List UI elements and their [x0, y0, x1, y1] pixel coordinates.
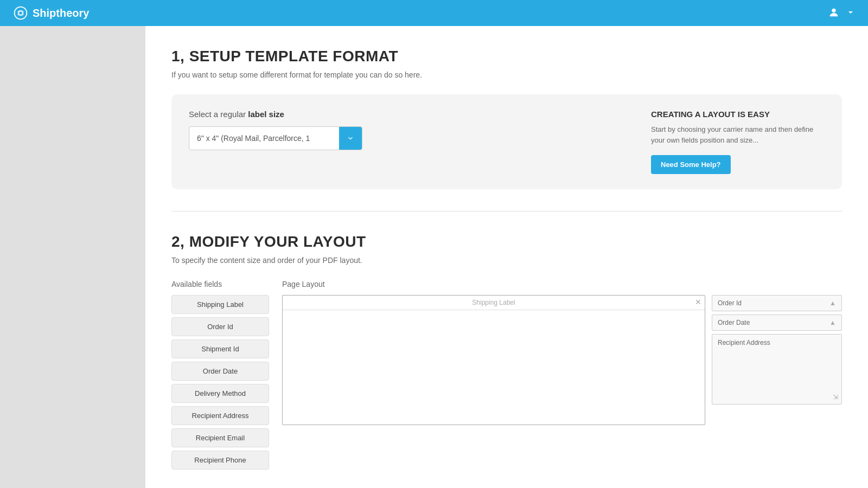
order-id-label: Order Id: [718, 299, 742, 307]
sidebar: [0, 26, 145, 488]
label-size-section: Select a regular label size 6" x 4" (Roy…: [189, 110, 618, 150]
field-btn-order-id[interactable]: Order Id: [171, 317, 269, 336]
order-date-resize[interactable]: ▲: [829, 319, 836, 326]
section-divider: [171, 211, 842, 211]
page-layout-area: Shipping Label ✕ Order Id ▲ Order Date ▲…: [282, 295, 842, 425]
help-title: CREATING A LAYOUT IS EASY: [651, 110, 825, 119]
main-content: 1, SETUP TEMPLATE FORMAT If you want to …: [145, 26, 868, 488]
section2-subtitle: To specify the content size and order of…: [171, 256, 842, 265]
right-fields-column: Order Id ▲ Order Date ▲ Recipient Addres…: [712, 295, 842, 425]
chevron-down-icon[interactable]: [846, 8, 855, 18]
svg-point-2: [832, 8, 835, 12]
label-size-label: Select a regular label size: [189, 110, 618, 119]
field-btn-recipient-address[interactable]: Recipient Address: [171, 406, 269, 425]
label-size-select[interactable]: 6" x 4" (Royal Mail, Parcelforce, 1: [189, 126, 362, 150]
help-button[interactable]: Need Some Help?: [651, 155, 731, 174]
field-btn-recipient-phone[interactable]: Recipient Phone: [171, 451, 269, 470]
shipping-label-title: Shipping Label: [283, 296, 705, 310]
field-btn-shipment-id[interactable]: Shipment Id: [171, 339, 269, 358]
page-layout-column: Page Layout Shipping Label ✕ Order Id ▲ …: [282, 280, 842, 473]
select-value: 6" x 4" (Royal Mail, Parcelforce, 1: [189, 129, 339, 148]
layout-field-recipient-address[interactable]: Recipient Address ⇲: [712, 334, 842, 404]
available-fields-column: Available fields Shipping Label Order Id…: [171, 280, 269, 473]
page-layout-header: Page Layout: [282, 280, 842, 288]
brand-logo: Shiptheory: [13, 5, 89, 21]
help-text: Start by choosing your carrier name and …: [651, 124, 825, 145]
section2-title: 2, MODIFY YOUR LAYOUT: [171, 233, 842, 251]
field-btn-delivery-method[interactable]: Delivery Method: [171, 384, 269, 403]
brand-name: Shiptheory: [33, 7, 89, 20]
field-btn-recipient-email[interactable]: Recipient Email: [171, 428, 269, 447]
header-right: [828, 7, 855, 20]
help-section: CREATING A LAYOUT IS EASY Start by choos…: [651, 110, 825, 174]
order-id-resize[interactable]: ▲: [829, 299, 836, 307]
layout-field-order-date[interactable]: Order Date ▲: [712, 314, 842, 331]
select-dropdown-btn[interactable]: [339, 127, 362, 150]
layout-field-order-id[interactable]: Order Id ▲: [712, 295, 842, 311]
svg-point-1: [19, 11, 22, 14]
layout-columns: Available fields Shipping Label Order Id…: [171, 280, 842, 473]
available-fields-header: Available fields: [171, 280, 269, 288]
recipient-address-label: Recipient Address: [718, 339, 770, 346]
recipient-address-resize[interactable]: ⇲: [833, 393, 838, 401]
field-btn-shipping-label[interactable]: Shipping Label: [171, 295, 269, 314]
section1-subtitle: If you want to setup some different form…: [171, 70, 842, 79]
section1-title: 1, SETUP TEMPLATE FORMAT: [171, 48, 842, 65]
app-header: Shiptheory: [0, 0, 868, 26]
order-date-label: Order Date: [718, 319, 750, 326]
shipping-label-close[interactable]: ✕: [695, 298, 701, 306]
field-btn-order-date[interactable]: Order Date: [171, 362, 269, 381]
brand-icon: [13, 5, 28, 21]
template-format-card: Select a regular label size 6" x 4" (Roy…: [171, 94, 842, 189]
shipping-label-area: Shipping Label ✕: [282, 295, 705, 425]
user-icon[interactable]: [828, 7, 840, 20]
